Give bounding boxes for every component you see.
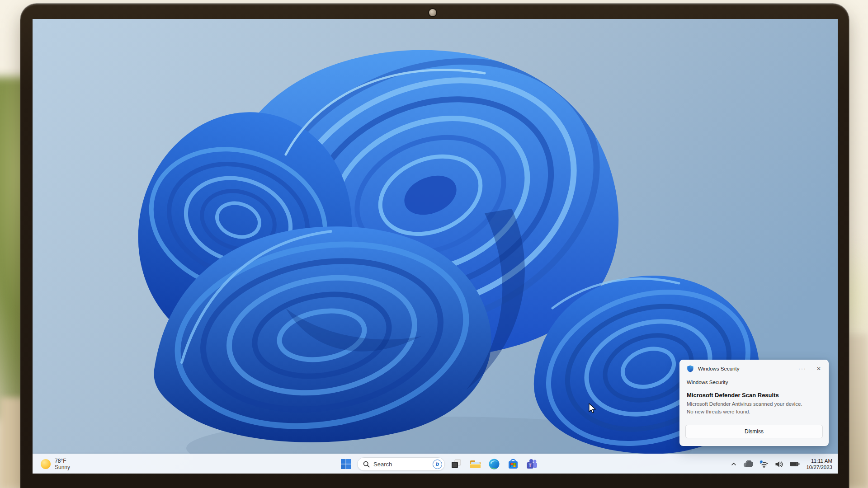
windows-start-icon <box>340 459 351 469</box>
toast-title: Microsoft Defender Scan Results <box>687 392 821 399</box>
network-button[interactable] <box>759 459 769 469</box>
chevron-up-icon <box>731 461 737 467</box>
start-button[interactable] <box>338 456 354 472</box>
toast-body-line-1: Microsoft Defender Antivirus scanned you… <box>687 400 821 408</box>
toast-app-name: Windows Security <box>698 366 797 371</box>
task-view-icon <box>450 458 462 470</box>
weather-condition: Sunny <box>55 464 70 470</box>
onedrive-button[interactable] <box>742 460 754 469</box>
tray-time: 11:11 AM <box>806 458 832 464</box>
tray-date: 10/27/2023 <box>806 464 832 470</box>
sun-icon <box>41 459 51 469</box>
windows-security-toast[interactable]: Windows Security ··· ✕ Windows Security … <box>679 360 829 446</box>
windows-security-shield-icon <box>687 365 694 372</box>
task-view-button[interactable] <box>448 456 464 472</box>
volume-button[interactable] <box>774 460 784 469</box>
edge-icon <box>488 458 500 470</box>
battery-icon <box>790 461 800 467</box>
tray-chevron-up-button[interactable] <box>730 460 738 468</box>
webcam-dot <box>429 9 436 16</box>
microsoft-store-icon <box>507 458 519 470</box>
file-explorer-icon <box>469 458 481 470</box>
weather-widget[interactable]: 78°F Sunny <box>36 454 75 474</box>
toast-header: Windows Security ··· ✕ <box>680 360 828 372</box>
microsoft-store-button[interactable] <box>505 456 521 472</box>
taskbar: 78°F Sunny <box>33 454 838 474</box>
search-input[interactable] <box>373 461 429 468</box>
search-box[interactable]: b <box>357 457 445 471</box>
clock[interactable]: 11:11 AM 10/27/2023 <box>805 457 833 471</box>
battery-button[interactable] <box>789 460 801 468</box>
toast-close-icon[interactable]: ✕ <box>815 366 823 372</box>
magnifier-icon <box>363 461 370 468</box>
wifi-icon <box>760 460 769 468</box>
toast-more-options-button[interactable]: ··· <box>797 366 808 372</box>
bing-icon[interactable]: b <box>433 460 442 469</box>
laptop-bezel: Windows Security ··· ✕ Windows Security … <box>20 4 849 488</box>
microsoft-teams-button[interactable]: T <box>524 456 540 472</box>
weather-temperature: 78°F <box>55 458 70 464</box>
file-explorer-button[interactable] <box>467 456 483 472</box>
arrow-cursor <box>589 403 596 414</box>
edge-button[interactable] <box>486 456 502 472</box>
microsoft-teams-icon: T <box>526 458 538 470</box>
volume-icon <box>775 460 783 468</box>
svg-text:T: T <box>528 463 532 468</box>
toast-body-line-2: No new threats were found. <box>687 408 821 416</box>
onedrive-cloud-icon <box>743 460 753 468</box>
laptop-screen: Windows Security ··· ✕ Windows Security … <box>33 19 838 474</box>
dismiss-button[interactable]: Dismiss <box>685 425 823 438</box>
toast-source-line: Windows Security <box>687 380 821 385</box>
